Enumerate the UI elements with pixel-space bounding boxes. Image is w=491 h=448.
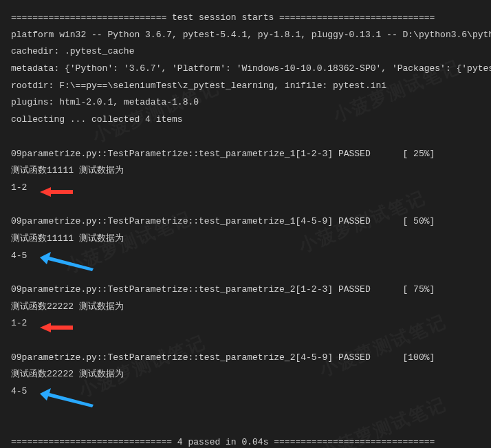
test-result: 09parametrize.py::TestParametrize::test_… — [11, 281, 480, 332]
test-value: 4-5 — [11, 248, 480, 265]
blank — [11, 129, 480, 146]
collecting-line: collecting ... collected 4 items — [11, 111, 480, 129]
test-output: 测试函数11111 测试数据为 — [11, 231, 480, 248]
plugins-line: plugins: html-2.0.1, metadata-1.8.0 — [11, 94, 480, 111]
blank — [11, 264, 480, 281]
test-output: 测试函数11111 测试数据为 — [11, 162, 480, 180]
test-value: 1-2 — [11, 180, 480, 197]
blank — [11, 401, 480, 418]
test-output: 测试函数22222 测试数据为 — [11, 299, 480, 316]
test-result: 09parametrize.py::TestParametrize::test_… — [11, 146, 480, 197]
blank — [11, 332, 480, 350]
footer-summary: ============================== 4 passed … — [11, 434, 480, 448]
test-line: 09parametrize.py::TestParametrize::test_… — [11, 146, 480, 163]
blank — [11, 418, 480, 435]
test-result: 09parametrize.py::TestParametrize::test_… — [11, 213, 480, 264]
platform-line: platform win32 -- Python 3.6.7, pytest-5… — [11, 27, 480, 44]
metadata-line: metadata: {'Python': '3.6.7', 'Platform'… — [11, 61, 480, 78]
test-line: 09parametrize.py::TestParametrize::test_… — [11, 350, 480, 367]
test-result: 09parametrize.py::TestParametrize::test_… — [11, 350, 480, 401]
test-line: 09parametrize.py::TestParametrize::test_… — [11, 213, 480, 231]
test-value: 4-5 — [11, 383, 480, 401]
test-value: 1-2 — [11, 315, 480, 332]
cachedir-line: cachedir: .pytest_cache — [11, 43, 480, 61]
test-line: 09parametrize.py::TestParametrize::test_… — [11, 281, 480, 299]
blank — [11, 197, 480, 214]
session-header: ============================= test sessi… — [11, 10, 480, 27]
rootdir-line: rootdir: F:\==py==\seleniumTest\z_pytest… — [11, 78, 480, 95]
test-output: 测试函数22222 测试数据为 — [11, 366, 480, 383]
